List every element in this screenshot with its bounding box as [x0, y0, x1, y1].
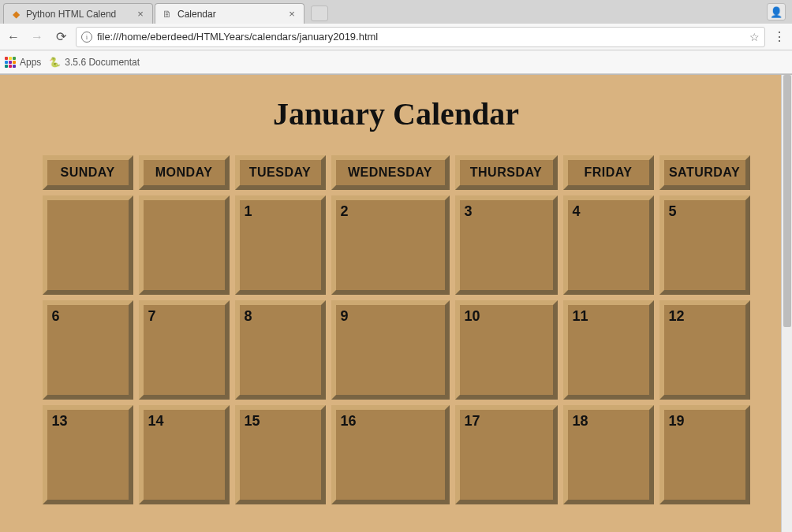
calendar-page: January Calendar SUNDAY MONDAY TUESDAY W… — [0, 75, 792, 510]
browser-chrome: ◆ Python HTML Calend × 🗎 Calendar × 👤 ← … — [0, 0, 792, 75]
calendar-cell[interactable]: 14 — [139, 405, 230, 504]
url-text: file:///home/eberdeed/HTMLYears/calendar… — [97, 31, 749, 43]
new-tab-button[interactable] — [311, 6, 328, 21]
tab-calendar[interactable]: 🗎 Calendar × — [155, 3, 304, 24]
calendar-cell[interactable]: 18 — [563, 405, 654, 504]
calendar-cell[interactable]: 10 — [455, 300, 558, 400]
info-icon[interactable]: i — [81, 32, 92, 43]
calendar-cell[interactable]: 2 — [331, 195, 450, 295]
back-button[interactable]: ← — [5, 28, 22, 46]
diamond-icon: ◆ — [10, 9, 21, 20]
day-header-monday: MONDAY — [139, 155, 230, 190]
tab-strip: ◆ Python HTML Calend × 🗎 Calendar × 👤 — [0, 0, 792, 24]
page-viewport: January Calendar SUNDAY MONDAY TUESDAY W… — [0, 75, 792, 532]
calendar-header-row: SUNDAY MONDAY TUESDAY WEDNESDAY THURSDAY… — [43, 155, 750, 190]
tab-python-html-calendar[interactable]: ◆ Python HTML Calend × — [3, 3, 153, 24]
calendar-cell[interactable]: 15 — [235, 405, 326, 504]
vertical-scrollbar[interactable] — [781, 75, 792, 532]
calendar-week-row: 6 7 8 9 10 11 12 — [43, 300, 750, 400]
calendar-week-row: 1 2 3 4 5 — [43, 195, 750, 295]
page-title: January Calendar — [0, 95, 792, 132]
close-icon[interactable]: × — [135, 8, 146, 20]
calendar-week-row: 13 14 15 16 17 18 19 — [43, 405, 750, 504]
calendar-cell[interactable]: 8 — [235, 300, 326, 400]
day-header-wednesday: WEDNESDAY — [331, 155, 450, 190]
calendar-cell[interactable]: 12 — [659, 300, 750, 400]
close-icon[interactable]: × — [286, 8, 297, 20]
calendar-cell[interactable]: 11 — [563, 300, 654, 400]
bookmark-item-python-docs[interactable]: 🐍 3.5.6 Documentat — [49, 57, 140, 68]
calendar-cell[interactable]: 17 — [455, 405, 558, 504]
calendar-cell[interactable]: 6 — [43, 300, 133, 400]
day-header-sunday: SUNDAY — [43, 155, 133, 190]
calendar-cell[interactable]: 5 — [659, 195, 750, 295]
bookmark-star-icon[interactable]: ☆ — [749, 31, 760, 43]
python-icon: 🐍 — [49, 57, 61, 68]
day-header-thursday: THURSDAY — [455, 155, 558, 190]
reload-button[interactable]: ⟳ — [52, 28, 69, 46]
tab-title: Calendar — [177, 9, 283, 20]
bookmarks-bar: Apps 🐍 3.5.6 Documentat — [0, 50, 792, 74]
calendar-cell[interactable]: 19 — [659, 405, 750, 504]
calendar-cell[interactable]: 13 — [43, 405, 133, 504]
day-header-saturday: SATURDAY — [659, 155, 750, 190]
calendar-cell[interactable] — [139, 195, 230, 295]
day-header-friday: FRIDAY — [563, 155, 654, 190]
calendar-cell[interactable]: 3 — [455, 195, 558, 295]
calendar-cell[interactable]: 7 — [139, 300, 230, 400]
apps-grid-icon — [5, 57, 16, 68]
calendar-cell[interactable]: 4 — [563, 195, 654, 295]
calendar-cell[interactable] — [43, 195, 133, 295]
scrollbar-thumb[interactable] — [783, 75, 791, 327]
address-bar[interactable]: i file:///home/eberdeed/HTMLYears/calend… — [76, 27, 765, 47]
apps-button[interactable]: Apps — [5, 57, 41, 68]
toolbar: ← → ⟳ i file:///home/eberdeed/HTMLYears/… — [0, 24, 792, 50]
kebab-menu-icon[interactable]: ⋮ — [771, 29, 787, 44]
calendar-cell[interactable]: 1 — [235, 195, 326, 295]
calendar-table: SUNDAY MONDAY TUESDAY WEDNESDAY THURSDAY… — [37, 150, 756, 510]
apps-label: Apps — [20, 57, 41, 68]
bookmark-label: 3.5.6 Documentat — [65, 57, 140, 68]
user-profile-icon[interactable]: 👤 — [767, 3, 786, 20]
page-icon: 🗎 — [162, 9, 173, 20]
tab-title: Python HTML Calend — [26, 9, 132, 20]
forward-button[interactable]: → — [28, 28, 46, 46]
calendar-cell[interactable]: 16 — [331, 405, 450, 504]
day-header-tuesday: TUESDAY — [235, 155, 326, 190]
calendar-cell[interactable]: 9 — [331, 300, 450, 400]
